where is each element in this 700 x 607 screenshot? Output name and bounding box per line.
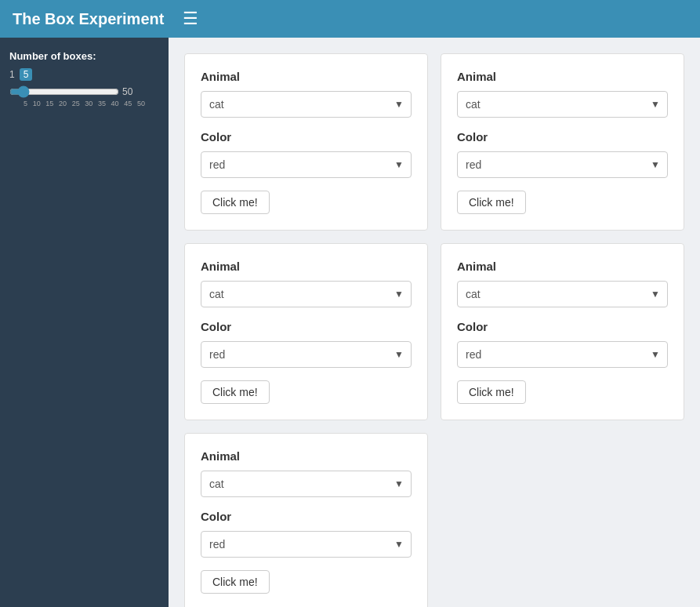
color-select[interactable]: redbluegreenyellow xyxy=(201,151,412,178)
click-me-button[interactable]: Click me! xyxy=(457,191,526,214)
color-select[interactable]: redbluegreenyellow xyxy=(201,341,412,368)
color-select-wrapper: redbluegreenyellow▼ xyxy=(201,341,412,368)
box-card: Animalcatdogbirdfish▼Colorredbluegreenye… xyxy=(184,243,428,420)
main-layout: Number of boxes: 1 5 50 5 10 15 20 25 30… xyxy=(0,38,700,607)
color-label: Color xyxy=(457,130,668,144)
app-title: The Box Experiment xyxy=(13,10,164,28)
animal-label: Animal xyxy=(457,260,668,273)
animal-label: Animal xyxy=(457,70,668,83)
click-me-button[interactable]: Click me! xyxy=(201,570,270,594)
animal-select-wrapper: catdogbirdfish▼ xyxy=(457,281,668,307)
color-label: Color xyxy=(201,130,412,144)
sidebar: Number of boxes: 1 5 50 5 10 15 20 25 30… xyxy=(0,38,169,607)
box-card: Animalcatdogbirdfish▼Colorredbluegreenye… xyxy=(184,53,428,231)
slider-ticks: 5 10 15 20 25 30 35 40 45 50 xyxy=(24,100,145,107)
animal-select[interactable]: catdogbirdfish xyxy=(201,281,412,307)
color-select-wrapper: redbluegreenyellow▼ xyxy=(457,341,668,368)
slider-row: 1 5 xyxy=(9,68,159,81)
slider-max-label: 50 xyxy=(122,86,132,97)
animal-select[interactable]: catdogbirdfish xyxy=(201,91,412,118)
click-me-button[interactable]: Click me! xyxy=(201,191,270,214)
color-select-wrapper: redbluegreenyellow▼ xyxy=(201,151,412,178)
box-card: Animalcatdogbirdfish▼Colorredbluegreenye… xyxy=(184,433,428,607)
animal-select-wrapper: catdogbirdfish▼ xyxy=(201,91,412,118)
animal-label: Animal xyxy=(201,449,412,463)
color-label: Color xyxy=(457,320,668,333)
animal-label: Animal xyxy=(201,260,412,273)
color-select[interactable]: redbluegreenyellow xyxy=(201,531,412,558)
slider-value-badge: 5 xyxy=(20,68,33,81)
slider-min-label: 1 xyxy=(9,69,15,80)
boxes-grid: Animalcatdogbirdfish▼Colorredbluegreenye… xyxy=(184,53,684,607)
color-label: Color xyxy=(201,510,412,523)
click-me-button[interactable]: Click me! xyxy=(201,380,270,404)
boxes-slider[interactable] xyxy=(9,85,119,98)
content-area: Animalcatdogbirdfish▼Colorredbluegreenye… xyxy=(169,38,700,607)
animal-select-wrapper: catdogbirdfish▼ xyxy=(201,471,412,497)
animal-select-wrapper: catdogbirdfish▼ xyxy=(457,91,668,118)
click-me-button[interactable]: Click me! xyxy=(457,380,526,404)
animal-select[interactable]: catdogbirdfish xyxy=(457,281,668,307)
header: The Box Experiment ☰ xyxy=(0,0,700,38)
color-select[interactable]: redbluegreenyellow xyxy=(457,341,668,368)
color-select-wrapper: redbluegreenyellow▼ xyxy=(457,151,668,178)
animal-select-wrapper: catdogbirdfish▼ xyxy=(201,281,412,307)
hamburger-icon[interactable]: ☰ xyxy=(183,9,198,29)
animal-select[interactable]: catdogbirdfish xyxy=(201,471,412,497)
number-of-boxes-label: Number of boxes: xyxy=(9,50,159,62)
color-select-wrapper: redbluegreenyellow▼ xyxy=(201,531,412,558)
box-card: Animalcatdogbirdfish▼Colorredbluegreenye… xyxy=(441,243,684,420)
color-label: Color xyxy=(201,320,412,333)
animal-select[interactable]: catdogbirdfish xyxy=(457,91,668,118)
animal-label: Animal xyxy=(201,70,412,83)
slider-wrapper: 50 xyxy=(9,85,159,98)
box-card: Animalcatdogbirdfish▼Colorredbluegreenye… xyxy=(441,53,684,231)
color-select[interactable]: redbluegreenyellow xyxy=(457,151,668,178)
